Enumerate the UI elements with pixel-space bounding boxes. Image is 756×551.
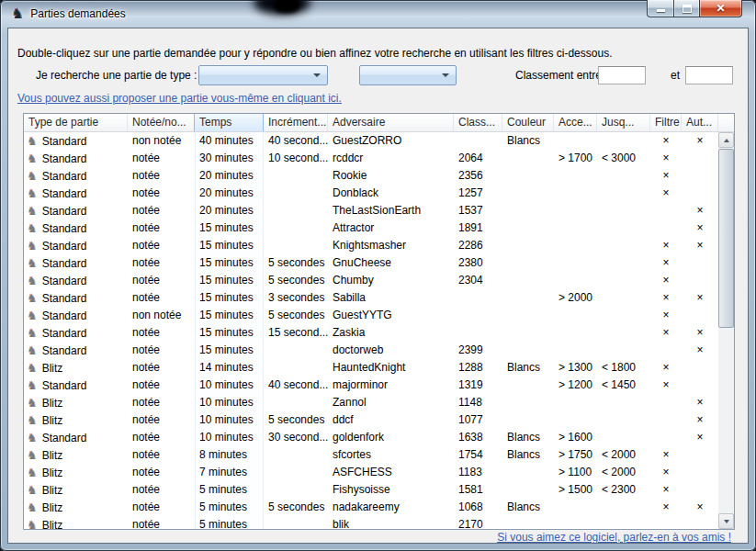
cell-aut bbox=[682, 377, 718, 394]
cell-increment bbox=[264, 185, 328, 202]
cell-increment: 40 second... bbox=[264, 132, 328, 150]
share-link[interactable]: Si vous aimez ce logiciel, parlez-en à v… bbox=[497, 531, 731, 544]
cell-acce bbox=[554, 254, 597, 272]
column-header-5[interactable]: Adversaire bbox=[328, 114, 454, 131]
table-row[interactable]: ♞Standardnotée15 minutesdoctorweb2399× bbox=[24, 342, 718, 359]
cell-notee: notée bbox=[128, 219, 195, 237]
game-type-text: Standard bbox=[42, 152, 87, 165]
table-row[interactable]: ♞Standardnotée15 minutes3 secondesSabill… bbox=[24, 289, 718, 307]
column-header-1[interactable]: Type de partie bbox=[24, 114, 128, 131]
cell-couleur bbox=[502, 481, 554, 499]
scroll-up-button[interactable] bbox=[718, 132, 734, 148]
arrow-up-icon bbox=[724, 139, 729, 142]
column-header-4[interactable]: Incrément... bbox=[264, 114, 328, 131]
table-row[interactable]: ♞Standardnotée15 minutes15 second...Zask… bbox=[24, 324, 718, 342]
cell-increment: 40 second... bbox=[264, 377, 328, 394]
table-row[interactable]: ♞Blitznotée14 minutesHauntedKnight1288Bl… bbox=[24, 359, 718, 377]
table-row[interactable]: ♞Blitznotée7 minutesASFCHESS1183> 1100< … bbox=[24, 464, 718, 481]
cell-temps: 14 minutes bbox=[195, 359, 264, 377]
cell-notee: non notée bbox=[128, 307, 195, 324]
table-row[interactable]: ♞Standardnotée15 minutesAttractor1891× bbox=[24, 219, 718, 237]
cell-classement: 1068 bbox=[454, 499, 502, 516]
column-header-10[interactable]: Filtre bbox=[650, 114, 682, 131]
cell-jusq: < 2300 bbox=[597, 481, 650, 499]
column-header-6[interactable]: Class... bbox=[454, 114, 502, 131]
cell-aut: × bbox=[682, 429, 718, 446]
rating-max-input[interactable] bbox=[685, 66, 733, 84]
column-header-7[interactable]: Couleur bbox=[502, 114, 554, 131]
maximize-button[interactable] bbox=[673, 0, 700, 17]
table-row[interactable]: ♞Standardnon notée40 minutes40 second...… bbox=[24, 132, 718, 150]
cell-temps: 15 minutes bbox=[195, 324, 264, 342]
close-button[interactable]: ✕ bbox=[699, 0, 742, 17]
game-type-text: Standard bbox=[42, 187, 87, 200]
cell-jusq bbox=[597, 185, 650, 202]
propose-game-link[interactable]: Vous pouvez aussi proposer une partie vo… bbox=[17, 92, 342, 105]
cell-adversaire: GnuCheese bbox=[328, 254, 454, 272]
table-row[interactable]: ♞Blitznotée5 minutesblik2170 bbox=[24, 516, 718, 529]
table-row[interactable]: ♞Blitznotée5 minutesFishysoisse1581> 150… bbox=[24, 481, 718, 499]
cell-acce: > 2000 bbox=[554, 289, 597, 307]
game-type-text: Standard bbox=[42, 309, 87, 322]
table-row[interactable]: ♞Blitznotée10 minutesZannol1148× bbox=[24, 394, 718, 411]
cell-notee: notée bbox=[128, 429, 195, 446]
titlebar[interactable]: ♞ Parties demandées bbox=[0, 0, 756, 28]
table-row[interactable]: ♞Blitznotée10 minutes5 secondesddcf1077× bbox=[24, 411, 718, 429]
table-row[interactable]: ♞Standardnotée15 minutes5 secondesChumby… bbox=[24, 272, 718, 289]
minimize-button[interactable] bbox=[647, 0, 674, 17]
rating-min-input[interactable] bbox=[598, 66, 646, 84]
table-header: Type de partieNotée/no...TempsIncrément.… bbox=[24, 114, 734, 132]
table-row[interactable]: ♞Standardnotée10 minutes40 second...majo… bbox=[24, 377, 718, 394]
cell-classement: 1581 bbox=[454, 481, 502, 499]
table-row[interactable]: ♞Standardnon notée15 minutes5 secondesGu… bbox=[24, 307, 718, 324]
cell-classement bbox=[454, 132, 502, 150]
cell-couleur: Blancs bbox=[502, 359, 554, 377]
cell-filtre: × bbox=[650, 185, 682, 202]
cell-jusq bbox=[597, 499, 650, 516]
column-header-3[interactable]: Temps bbox=[194, 114, 264, 131]
game-subtype-combobox[interactable] bbox=[359, 65, 457, 85]
cell-aut bbox=[682, 481, 718, 499]
dialog-content: Double-cliquez sur une partie demandée p… bbox=[7, 28, 749, 544]
cell-filtre bbox=[650, 429, 682, 446]
table-row[interactable]: ♞Blitznotée8 minutessfcortes1754Blancs> … bbox=[24, 446, 718, 464]
table-row[interactable]: ♞Standardnotée30 minutes10 second...rcdd… bbox=[24, 150, 718, 167]
cell-temps: 8 minutes bbox=[195, 446, 264, 464]
vertical-scrollbar[interactable] bbox=[718, 132, 734, 529]
table-row[interactable]: ♞Standardnotée20 minutesDonblack1257× bbox=[24, 185, 718, 202]
cell-classement: 1183 bbox=[454, 464, 502, 481]
cell-temps: 10 minutes bbox=[195, 429, 264, 446]
cell-classement: 1754 bbox=[454, 446, 502, 464]
app-icon[interactable]: ♞ bbox=[11, 6, 24, 21]
cell-temps: 7 minutes bbox=[195, 464, 264, 481]
cell-jusq bbox=[597, 254, 650, 272]
game-type-text: Blitz bbox=[42, 501, 63, 514]
cell-acce bbox=[554, 499, 597, 516]
cell-acce bbox=[554, 167, 597, 185]
cell-acce bbox=[554, 272, 597, 289]
scrollbar-thumb[interactable] bbox=[718, 149, 734, 328]
cell-jusq bbox=[597, 289, 650, 307]
cell-classement: 2304 bbox=[454, 272, 502, 289]
column-header-2[interactable]: Notée/no... bbox=[128, 114, 195, 131]
cell-notee: notée bbox=[128, 289, 195, 307]
table-row[interactable]: ♞Standardnotée10 minutes30 second...gold… bbox=[24, 429, 718, 446]
game-type-combobox[interactable] bbox=[198, 65, 328, 85]
table-row[interactable]: ♞Standardnotée15 minutesKnightsmasher228… bbox=[24, 237, 718, 254]
column-header-8[interactable]: Acce... bbox=[554, 114, 597, 131]
table-row[interactable]: ♞Standardnotée20 minutesTheLastSionEarth… bbox=[24, 202, 718, 219]
cell-acce bbox=[554, 307, 597, 324]
table-row[interactable]: ♞Standardnotée15 minutes5 secondesGnuChe… bbox=[24, 254, 718, 272]
cell-adversaire: Zaskia bbox=[328, 324, 454, 342]
dialog-window: ♞ Parties demandées ✕ Double-cliquez sur… bbox=[0, 0, 756, 551]
cell-couleur bbox=[502, 342, 554, 359]
scroll-down-button[interactable] bbox=[718, 513, 734, 529]
cell-acce: > 1100 bbox=[554, 464, 597, 481]
cell-acce bbox=[554, 185, 597, 202]
column-header-9[interactable]: Jusq... bbox=[597, 114, 650, 131]
cell-temps: 15 minutes bbox=[195, 272, 264, 289]
cell-adversaire: Zannol bbox=[328, 394, 454, 411]
column-header-11[interactable]: Aut... bbox=[682, 114, 718, 131]
table-row[interactable]: ♞Blitznotée5 minutes5 secondesnadakareem… bbox=[24, 499, 718, 516]
table-row[interactable]: ♞Standardnotée20 minutesRookie2356× bbox=[24, 167, 718, 185]
